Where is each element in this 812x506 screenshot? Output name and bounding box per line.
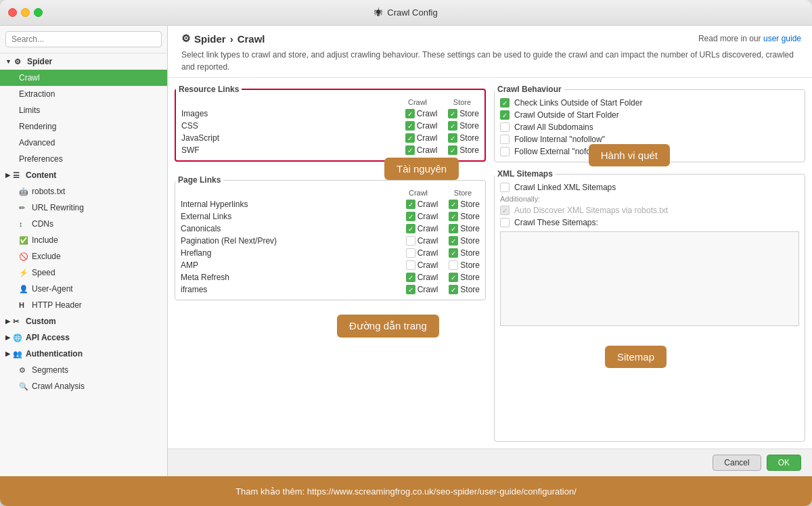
sidebar-item-http-header[interactable]: H HTTP Header bbox=[0, 297, 167, 313]
sidebar-item-limits[interactable]: Limits bbox=[0, 102, 167, 118]
sidebar-item-cdns[interactable]: ↕ CDNs bbox=[0, 216, 167, 232]
swf-store-check[interactable]: ✓Store bbox=[448, 145, 479, 155]
js-store-check[interactable]: ✓Store bbox=[448, 133, 479, 143]
user-guide-link[interactable]: user guide bbox=[763, 34, 801, 43]
css-crawl-check[interactable]: ✓Crawl bbox=[405, 121, 438, 131]
checkbox-checked: ✓ bbox=[448, 121, 457, 131]
crawl-all-subdomains[interactable]: Crawl All Subdomains bbox=[500, 122, 593, 132]
behaviour-check-links-row: ✓Check Links Outside of Start Folder bbox=[495, 97, 805, 109]
page-internal-row: Internal Hyperlinks ✓Crawl ✓Store bbox=[175, 198, 485, 210]
meta-refresh-store[interactable]: ✓Store bbox=[449, 273, 480, 282]
search-input[interactable] bbox=[5, 31, 162, 47]
checkbox-checked: ✓ bbox=[405, 109, 415, 118]
pagination-crawl[interactable]: Crawl bbox=[406, 236, 438, 246]
internal-crawl[interactable]: ✓Crawl bbox=[406, 200, 438, 209]
bottom-buttons: Cancel OK bbox=[168, 448, 812, 476]
close-button[interactable] bbox=[8, 8, 17, 17]
sidebar-label-api-access: API Access bbox=[26, 333, 70, 342]
amp-crawl[interactable]: Crawl bbox=[406, 260, 438, 270]
swf-crawl-check[interactable]: ✓Crawl bbox=[405, 145, 438, 155]
crawl-behaviour-panel: Crawl Behaviour ✓Check Links Outside of … bbox=[494, 85, 805, 162]
sidebar-label-content: Content bbox=[26, 170, 56, 180]
title-bar: 🕷 Crawl Config bbox=[0, 0, 812, 26]
js-crawl-check[interactable]: ✓Crawl bbox=[405, 133, 438, 143]
sidebar-item-preferences[interactable]: Preferences bbox=[0, 151, 167, 167]
store-header-page: Store bbox=[446, 189, 480, 197]
sitemaps-textarea[interactable] bbox=[500, 231, 799, 326]
sidebar-label-authentication: Authentication bbox=[26, 349, 83, 359]
sidebar-item-api-access[interactable]: ▶ 🌐 API Access bbox=[0, 329, 167, 346]
crawl-header: Crawl bbox=[401, 98, 434, 106]
amp-store[interactable]: Store bbox=[449, 260, 480, 270]
behaviour-crawl-outside-row: ✓Crawl Outside of Start Folder bbox=[495, 109, 805, 121]
window-title: 🕷 Crawl Config bbox=[374, 7, 437, 18]
iframes-store[interactable]: ✓Store bbox=[449, 285, 480, 294]
page-canonicals-row: Canonicals ✓Crawl ✓Store bbox=[175, 223, 485, 235]
cancel-button[interactable]: Cancel bbox=[713, 455, 761, 471]
images-crawl-check[interactable]: ✓Crawl bbox=[405, 109, 438, 118]
checkbox-checked: ✓ bbox=[448, 145, 457, 155]
iframes-crawl[interactable]: ✓Crawl bbox=[406, 285, 438, 294]
canonicals-crawl[interactable]: ✓Crawl bbox=[406, 224, 438, 233]
bottom-bar: Tham khảo thêm: https://www.screamingfro… bbox=[0, 476, 812, 506]
css-label: CSS bbox=[181, 121, 405, 131]
check-links-outside[interactable]: ✓Check Links Outside of Start Folder bbox=[500, 98, 642, 108]
crawl-linked-xml[interactable]: Crawl Linked XML Sitemaps bbox=[500, 183, 616, 192]
analysis-icon: 🔍 bbox=[19, 382, 28, 391]
sidebar-item-spider[interactable]: ▼ ⚙ Spider bbox=[0, 53, 167, 70]
right-column: Crawl Behaviour ✓Check Links Outside of … bbox=[490, 78, 812, 448]
behaviour-follow-internal-row: Follow Internal "nofollow" bbox=[495, 133, 805, 145]
user-icon: 👤 bbox=[19, 285, 28, 294]
page-hreflang-row: Hreflang Crawl ✓Store bbox=[175, 247, 485, 259]
bottom-bar-text: Tham khảo thêm: https://www.screamingfro… bbox=[235, 486, 577, 497]
edit-icon: ✏ bbox=[19, 204, 28, 212]
internal-store[interactable]: ✓Store bbox=[449, 200, 480, 209]
sidebar-label-user-agent: User-Agent bbox=[32, 284, 73, 294]
external-store[interactable]: ✓Store bbox=[449, 212, 480, 221]
css-store-check[interactable]: ✓Store bbox=[448, 121, 479, 131]
main-layout: ▼ ⚙ Spider Crawl Extraction Limits Rende… bbox=[0, 26, 812, 476]
sidebar-item-custom[interactable]: ▶ ✂ Custom bbox=[0, 313, 167, 329]
sidebar-item-speed[interactable]: ⚡ Speed bbox=[0, 264, 167, 281]
sidebar-item-url-rewriting[interactable]: ✏ URL Rewriting bbox=[0, 200, 167, 216]
breadcrumb-current: Crawl bbox=[238, 33, 265, 45]
resource-swf-row: SWF ✓Crawl ✓Store bbox=[176, 144, 484, 156]
sidebar-label-http-header: HTTP Header bbox=[32, 300, 82, 310]
meta-refresh-crawl[interactable]: ✓Crawl bbox=[406, 273, 438, 282]
follow-external-nofollow[interactable]: Follow External "nofollow" bbox=[500, 147, 608, 156]
maximize-button[interactable] bbox=[34, 8, 43, 17]
ok-button[interactable]: OK bbox=[767, 455, 801, 471]
sidebar-item-segments[interactable]: ⚙ Segments bbox=[0, 362, 167, 378]
external-crawl[interactable]: ✓Crawl bbox=[406, 212, 438, 221]
sidebar-item-authentication[interactable]: ▶ 👥 Authentication bbox=[0, 346, 167, 362]
page-external-row: External Links ✓Crawl ✓Store bbox=[175, 210, 485, 223]
triangle-icon-custom: ▶ bbox=[5, 318, 10, 325]
read-more-text: Read more in our user guide bbox=[698, 34, 801, 43]
sidebar-item-user-agent[interactable]: 👤 User-Agent bbox=[0, 281, 167, 297]
sidebar-label-crawl-analysis: Crawl Analysis bbox=[32, 382, 85, 391]
triangle-icon-content: ▶ bbox=[5, 172, 10, 179]
hreflang-crawl[interactable]: Crawl bbox=[406, 248, 438, 258]
images-store-check[interactable]: ✓Store bbox=[448, 109, 479, 118]
sidebar-item-rendering[interactable]: Rendering bbox=[0, 118, 167, 135]
minimize-button[interactable] bbox=[21, 8, 30, 17]
sidebar-item-include[interactable]: ✅ Include bbox=[0, 232, 167, 248]
sidebar-label-exclude: Exclude bbox=[32, 252, 61, 261]
crawl-these-sitemaps[interactable]: Crawl These Sitemaps: bbox=[500, 218, 598, 227]
sidebar-item-extraction[interactable]: Extraction bbox=[0, 86, 167, 102]
sidebar-item-crawl-analysis[interactable]: 🔍 Crawl Analysis bbox=[0, 378, 167, 394]
sidebar-item-robots[interactable]: 🤖 robots.txt bbox=[0, 183, 167, 200]
pagination-store[interactable]: ✓Store bbox=[449, 236, 480, 246]
follow-internal-nofollow[interactable]: Follow Internal "nofollow" bbox=[500, 135, 605, 144]
title-icon: 🕷 bbox=[374, 7, 383, 18]
canonicals-store[interactable]: ✓Store bbox=[449, 224, 480, 233]
checkbox-checked: ✓ bbox=[405, 133, 415, 143]
sidebar-item-exclude[interactable]: 🚫 Exclude bbox=[0, 248, 167, 264]
sidebar-item-advanced[interactable]: Advanced bbox=[0, 135, 167, 151]
sidebar-item-content[interactable]: ▶ ☰ Content bbox=[0, 167, 167, 183]
sidebar-item-crawl[interactable]: Crawl bbox=[0, 70, 167, 86]
breadcrumb-parent: Spider bbox=[194, 33, 226, 45]
crawl-outside[interactable]: ✓Crawl Outside of Start Folder bbox=[500, 110, 619, 120]
hreflang-store[interactable]: ✓Store bbox=[449, 248, 480, 258]
auto-discover-row: ✓Auto Discover XML Sitemaps via robots.t… bbox=[495, 204, 805, 216]
